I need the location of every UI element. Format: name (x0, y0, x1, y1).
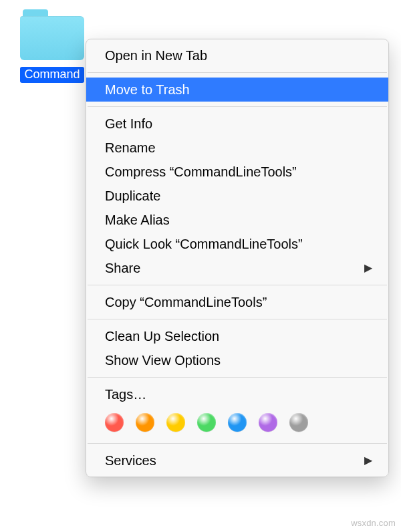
menu-label: Copy “CommandLineTools” (105, 293, 267, 311)
menu-label: Rename (105, 138, 156, 157)
tag-purple[interactable] (259, 413, 277, 432)
tag-orange[interactable] (136, 413, 154, 432)
menu-tags[interactable]: Tags… (86, 382, 388, 406)
folder-item[interactable]: Command (12, 9, 92, 86)
menu-open-new-tab[interactable]: Open in New Tab (86, 43, 388, 68)
menu-separator (88, 377, 387, 378)
tag-gray[interactable] (289, 413, 308, 432)
menu-compress[interactable]: Compress “CommandLineTools” (86, 160, 388, 184)
menu-label: Clean Up Selection (105, 327, 219, 346)
menu-label: Show View Options (105, 351, 221, 370)
tag-green[interactable] (197, 413, 216, 432)
menu-duplicate[interactable]: Duplicate (86, 184, 388, 208)
menu-label: Tags… (105, 385, 146, 404)
menu-label: Make Alias (105, 211, 170, 229)
menu-clean-up[interactable]: Clean Up Selection (86, 324, 388, 348)
menu-label: Move to Trash (105, 80, 190, 99)
chevron-right-icon: ▶ (364, 259, 372, 277)
menu-make-alias[interactable]: Make Alias (86, 208, 388, 232)
menu-separator (88, 319, 387, 319)
menu-label: Share (105, 259, 140, 277)
menu-label: Duplicate (105, 186, 160, 205)
menu-move-to-trash[interactable]: Move to Trash (86, 78, 388, 102)
menu-separator (88, 72, 387, 73)
menu-services[interactable]: Services ▶ (86, 448, 388, 473)
context-menu: Open in New Tab Move to Trash Get Info R… (86, 39, 389, 477)
folder-icon (20, 9, 84, 60)
menu-get-info[interactable]: Get Info (86, 112, 388, 136)
menu-separator (88, 106, 387, 107)
tag-red[interactable] (105, 413, 124, 432)
menu-label: Get Info (105, 114, 152, 133)
menu-rename[interactable]: Rename (86, 136, 388, 160)
menu-separator (88, 443, 387, 444)
menu-copy[interactable]: Copy “CommandLineTools” (86, 290, 388, 314)
menu-label: Services (105, 451, 156, 470)
menu-quick-look[interactable]: Quick Look “CommandLineTools” (86, 232, 388, 256)
menu-separator (88, 285, 387, 285)
tag-blue[interactable] (228, 413, 247, 432)
menu-label: Quick Look “CommandLineTools” (105, 235, 303, 253)
menu-label: Open in New Tab (105, 46, 207, 65)
tag-yellow[interactable] (166, 413, 185, 432)
menu-share[interactable]: Share ▶ (86, 256, 388, 280)
watermark: wsxdn.com (351, 518, 396, 528)
menu-show-view-options[interactable]: Show View Options (86, 348, 388, 372)
folder-label: Command (20, 67, 84, 83)
menu-label: Compress “CommandLineTools” (105, 162, 297, 181)
chevron-right-icon: ▶ (364, 451, 372, 470)
tags-row (86, 406, 388, 438)
